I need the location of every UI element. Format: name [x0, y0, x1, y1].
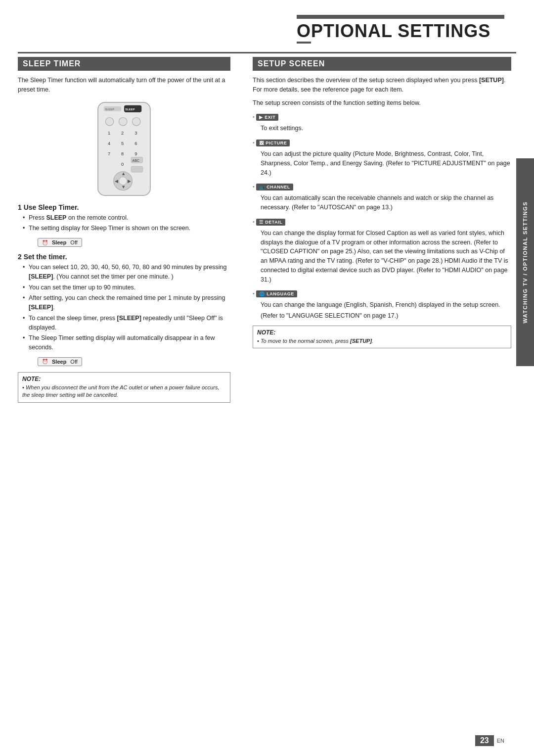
- channel-badge: 📺 CHANNEL: [256, 184, 293, 190]
- detail-text: You can change the display format for Cl…: [253, 229, 511, 284]
- picture-bullet-dot: •: [253, 140, 255, 145]
- svg-text:5: 5: [121, 140, 124, 145]
- svg-text:▲: ▲: [121, 170, 126, 176]
- setup-screen-note-text: • To move to the normal screen, press [S…: [257, 337, 507, 345]
- language-bullet-dot: •: [253, 290, 255, 296]
- detail-badge: ☰ DETAIL: [256, 219, 285, 226]
- exit-text: To exit settings.: [253, 124, 511, 133]
- step2-bullet-3: After setting, you can check the remaine…: [23, 293, 230, 312]
- step1-number: 1 Use Sleep Timer.: [18, 203, 230, 211]
- svg-point-7: [132, 117, 140, 125]
- setup-screen-section: SETUP SCREEN This section describes the …: [250, 57, 511, 726]
- language-text-1: You can change the language (English, Sp…: [253, 300, 511, 310]
- title-o-letter: O: [297, 21, 311, 44]
- sleep-clock-icon-2: ⏰: [42, 359, 48, 364]
- picture-badge: 🖼 PICTURE: [256, 140, 290, 146]
- step1-bullets: Press SLEEP on the remote control. The s…: [18, 213, 230, 234]
- setup-picture-item: • 🖼 PICTURE You can adjust the picture q…: [253, 137, 511, 177]
- svg-point-5: [105, 117, 113, 125]
- remote-control-image: SLEEP SLEEP 1 2 3 4 5 6 7 8: [85, 99, 164, 198]
- title-rest: PTIONAL SETTINGS: [311, 21, 490, 41]
- svg-text:◀: ◀: [115, 178, 118, 184]
- page-footer: 23 EN: [475, 735, 504, 746]
- step2-number: 2 Set the timer.: [18, 253, 230, 261]
- sidebar-tab-label: WATCHING TV / OPTIONAL SETTINGS: [522, 201, 528, 324]
- sleep-badge-2: ⏰ Sleep Off: [28, 355, 230, 368]
- sleep-timer-heading: SLEEP TIMER: [18, 57, 230, 71]
- svg-rect-20: [131, 166, 143, 172]
- top-divider: [18, 52, 516, 53]
- setup-intro-1: This section describes the overview of t…: [253, 76, 511, 94]
- svg-text:4: 4: [108, 140, 110, 145]
- step2-bullets: You can select 10, 20, 30, 40, 50, 60, 7…: [18, 263, 230, 352]
- svg-text:SLEEP: SLEEP: [125, 108, 134, 111]
- setup-screen-note: NOTE: • To move to the normal screen, pr…: [253, 326, 511, 348]
- channel-text: You can automatically scan the receivabl…: [253, 193, 511, 212]
- svg-point-6: [119, 117, 127, 125]
- svg-text:2: 2: [121, 130, 124, 135]
- svg-text:▶: ▶: [128, 178, 131, 184]
- svg-text:6: 6: [134, 140, 137, 145]
- setup-screen-heading: SETUP SCREEN: [253, 57, 511, 71]
- page-main-title: OPTIONAL SETTINGS: [297, 21, 504, 42]
- sleep-timer-note: NOTE: • When you disconnect the unit fro…: [18, 372, 230, 403]
- step2-bullet-5: The Sleep Timer setting display will aut…: [23, 333, 230, 352]
- page-lang: EN: [497, 738, 504, 744]
- sleep-clock-icon: ⏰: [42, 240, 48, 245]
- svg-text:8: 8: [121, 150, 124, 156]
- exit-bullet-dot: •: [253, 114, 255, 120]
- step2-text: Set the timer.: [24, 253, 67, 261]
- step2-bullet-2: You can set the timer up to 90 minutes.: [23, 283, 230, 292]
- sleep-timer-intro: The Sleep Timer function will automatica…: [18, 76, 230, 94]
- svg-text:9: 9: [134, 150, 137, 156]
- setup-exit-item: • ▶ EXIT To exit settings.: [253, 111, 511, 133]
- step2-bullet-4: To cancel the sleep timer, press [SLEEP]…: [23, 314, 230, 332]
- step1-text: Use Sleep Timer.: [24, 203, 79, 211]
- sleep-timer-section: SLEEP TIMER The Sleep Timer function wil…: [18, 57, 235, 726]
- page-number: 23: [475, 735, 494, 746]
- setup-language-item: • 🌐 LANGUAGE You can change the language…: [253, 288, 511, 321]
- page-title-block: OPTIONAL SETTINGS: [297, 15, 504, 42]
- step1-bullet-2: The setting display for Sleep Timer is s…: [23, 224, 230, 233]
- setup-detail-item: • ☰ DETAIL You can change the display fo…: [253, 216, 511, 284]
- detail-bullet-dot: •: [253, 219, 255, 225]
- setup-intro-2: The setup screen consists of the functio…: [253, 98, 511, 108]
- step1-label: 1: [18, 203, 22, 211]
- svg-text:0: 0: [121, 161, 124, 167]
- two-column-layout: SLEEP TIMER The Sleep Timer function wil…: [18, 57, 511, 726]
- step2-bullet-1: You can select 10, 20, 30, 40, 50, 60, 7…: [23, 263, 230, 282]
- setup-screen-note-title: NOTE:: [257, 329, 507, 336]
- svg-text:ABC: ABC: [132, 158, 139, 162]
- sleep-timer-note-text: • When you disconnect the unit from the …: [22, 384, 226, 399]
- svg-text:3: 3: [134, 130, 137, 135]
- language-badge: 🌐 LANGUAGE: [256, 290, 297, 297]
- sidebar-tab: WATCHING TV / OPTIONAL SETTINGS: [516, 158, 534, 366]
- svg-text:7: 7: [108, 150, 110, 156]
- step2-label: 2: [18, 253, 22, 261]
- svg-text:▼: ▼: [121, 184, 126, 189]
- step1-bullet-1: Press SLEEP on the remote control.: [23, 213, 230, 223]
- picture-text: You can adjust the picture quality (Pict…: [253, 149, 511, 177]
- channel-bullet-dot: •: [253, 184, 255, 189]
- svg-text:SLEEP: SLEEP: [105, 108, 114, 111]
- svg-text:1: 1: [108, 130, 110, 135]
- title-bar-decoration: [297, 15, 504, 19]
- sleep-timer-note-title: NOTE:: [22, 376, 226, 382]
- sleep-badge-1: ⏰ Sleep Off: [28, 236, 230, 249]
- exit-badge: ▶ EXIT: [256, 114, 279, 121]
- language-text-2: (Refer to "LANGUAGE SELECTION" on page 1…: [253, 311, 511, 321]
- setup-channel-item: • 📺 CHANNEL You can automatically scan t…: [253, 181, 511, 212]
